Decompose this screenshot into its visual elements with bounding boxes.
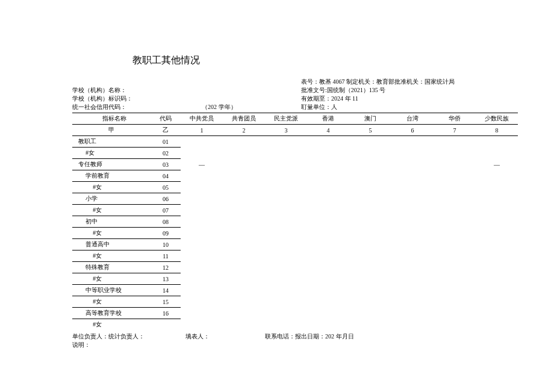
row-code: 07 [151,205,181,216]
row-cell [349,308,391,319]
col-c8: 少数民族 [476,113,518,125]
footer-line2: 说明： [72,341,518,349]
row-code: 06 [151,193,181,205]
row-cell [265,216,307,228]
row-label: 中等职业学校 [72,285,151,296]
row-cell [476,170,518,182]
row-code: 11 [151,250,181,262]
row-cell [223,148,265,159]
row-cell [434,250,476,262]
sub-2: 2 [223,125,265,136]
sub-5: 5 [349,125,391,136]
row-cell [391,170,434,182]
row-cell [223,159,265,170]
row-cell [434,182,476,193]
row-cell [434,262,476,273]
col-c1: 中共党员 [181,113,223,125]
row-cell [181,239,223,250]
row-label: #女 [72,250,151,262]
row-cell [265,170,307,182]
row-cell [181,148,223,159]
row-cell [265,148,307,159]
col-c6: 台湾 [391,113,434,125]
approval-number: 批准文号:国统制（2021）135 号 [301,86,518,95]
row-cell [434,193,476,205]
row-cell [391,285,434,296]
row-cell [434,159,476,170]
row-cell [349,205,391,216]
row-cell [181,308,223,319]
row-cell [434,216,476,228]
row-cell [307,262,349,273]
footer-filler: 填表人： [185,332,264,341]
row-cell [265,319,307,331]
table-row: #女02 [72,148,518,159]
row-cell [391,136,434,148]
row-cell [223,273,265,285]
row-cell [181,216,223,228]
row-code: 03 [151,159,181,170]
table-row: 中等职业学校14 [72,285,518,296]
row-cell [307,228,349,239]
row-cell [181,193,223,205]
row-cell [434,148,476,159]
row-cell [349,159,391,170]
school-name-label: 学校（机构）名称： [72,86,301,95]
row-label: 教职工 [72,136,151,148]
row-cell [349,285,391,296]
meta-right: 表号：教基 4067 制定机关：教育部批准机关：国家统计局 批准文号:国统制（2… [301,78,518,111]
table-row: #女05 [72,182,518,193]
sub-7: 7 [434,125,476,136]
table-row: 特殊教育12 [72,262,518,273]
row-cell [223,216,265,228]
row-cell [349,216,391,228]
row-cell [223,250,265,262]
row-label: 初中 [72,216,151,228]
row-cell [476,205,518,216]
row-cell [391,228,434,239]
sub-code: 乙 [151,125,181,136]
row-cell [476,239,518,250]
sub-8: 8 [476,125,518,136]
row-cell [349,273,391,285]
row-cell [265,239,307,250]
row-cell [223,205,265,216]
row-cell [391,193,434,205]
col-c2: 共青团员 [223,113,265,125]
row-cell [265,193,307,205]
row-cell [265,205,307,216]
row-label: #女 [72,296,151,308]
table-row: 小学06 [72,193,518,205]
table-row: 教职工01 [72,136,518,148]
row-cell [181,273,223,285]
measure-unit: 耵量单位：人 [301,103,518,111]
footer-responsible: 单位负责人：统计负责人： [72,332,184,341]
row-cell [307,216,349,228]
table-subheader-row: 甲 乙 1 2 3 4 5 6 7 8 [72,125,518,136]
row-label: #女 [72,182,151,193]
row-cell [223,319,265,331]
row-cell: — [181,159,223,170]
row-code: 01 [151,136,181,148]
footer-line1: 单位负责人：统计负责人： 填表人： 联系电话：报出日期：202 年月日 [72,332,518,341]
row-cell [476,273,518,285]
row-cell [307,250,349,262]
row-cell [307,319,349,331]
row-code: 13 [151,273,181,285]
row-cell [181,285,223,296]
row-label: 特殊教育 [72,262,151,273]
col-label: 指标名称 [72,113,151,125]
col-code: 代码 [151,113,181,125]
row-label: #女 [72,319,151,331]
row-cell [223,228,265,239]
row-cell [476,193,518,205]
row-cell [349,193,391,205]
row-code: 02 [151,148,181,159]
table-row: 初中08 [72,216,518,228]
row-code [151,319,181,331]
row-cell [307,148,349,159]
credit-code-label: 统一社会信用代码： [72,104,126,110]
row-cell [349,239,391,250]
row-cell [434,273,476,285]
row-label: 小学 [72,193,151,205]
